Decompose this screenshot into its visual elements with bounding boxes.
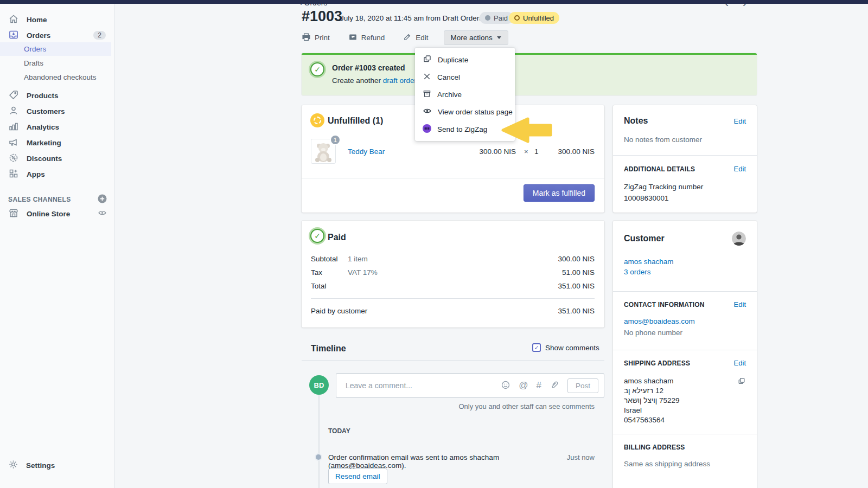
draft-order-link[interactable]: draft order bbox=[383, 76, 417, 85]
sidebar-item-apps[interactable]: Apps bbox=[0, 167, 114, 181]
menu-item-send-to-zigzag[interactable]: Send to ZigZag bbox=[415, 120, 515, 138]
customer-avatar bbox=[732, 232, 746, 246]
divider bbox=[613, 350, 757, 350]
storefront-icon bbox=[8, 208, 19, 220]
item-price: 300.00 NIS bbox=[479, 147, 516, 156]
mention-icon[interactable]: @ bbox=[519, 380, 528, 391]
customer-card: Customer amos shacham 3 orders CONTACT I… bbox=[613, 221, 757, 488]
tag-icon bbox=[8, 89, 19, 102]
sidebar-item-orders[interactable]: Orders 2 bbox=[0, 28, 114, 42]
sidebar-item-home[interactable]: Home bbox=[0, 12, 114, 27]
timeline-event-dot bbox=[315, 453, 322, 461]
post-comment-button[interactable]: Post bbox=[567, 378, 598, 393]
menu-item-label: Cancel bbox=[437, 73, 460, 81]
paid-check-icon: ✓ bbox=[310, 229, 324, 243]
menu-item-duplicate[interactable]: Duplicate bbox=[415, 51, 515, 68]
edit-contact-link[interactable]: Edit bbox=[734, 300, 746, 309]
customer-name-link[interactable]: amos shacham bbox=[624, 258, 674, 266]
sidebar-item-label: Products bbox=[27, 92, 59, 100]
cancel-x-icon bbox=[423, 72, 431, 82]
comment-input[interactable] bbox=[346, 381, 492, 390]
checkbox-checked-icon: ✓ bbox=[532, 343, 541, 352]
badge-label: Paid bbox=[494, 14, 508, 22]
sidebar-item-marketing[interactable]: Marketing bbox=[0, 136, 114, 150]
sidebar-item-analytics[interactable]: Analytics bbox=[0, 120, 114, 134]
menu-item-label: View order status page bbox=[438, 108, 513, 116]
sidebar-item-label: Home bbox=[27, 16, 47, 24]
sidebar-item-label: Orders bbox=[27, 31, 50, 40]
mark-as-fulfilled-button[interactable]: Mark as fulfilled bbox=[524, 184, 595, 202]
sidebar-item-discounts[interactable]: Discounts bbox=[0, 151, 114, 165]
edit-order-button[interactable]: Edit bbox=[403, 33, 428, 43]
more-actions-button[interactable]: More actions bbox=[444, 30, 508, 45]
annotation-arrow-icon bbox=[501, 117, 553, 144]
payment-row-label: Subtotal bbox=[311, 255, 338, 263]
orders-count-badge: 2 bbox=[93, 31, 106, 40]
menu-item-archive[interactable]: Archive bbox=[415, 86, 515, 103]
tracking-number-value: 10008630001 bbox=[624, 194, 669, 202]
eye-icon[interactable] bbox=[98, 208, 107, 219]
zigzag-app-icon bbox=[423, 124, 431, 134]
edit-additional-details-link[interactable]: Edit bbox=[734, 165, 746, 173]
menu-item-cancel[interactable]: Cancel bbox=[415, 68, 515, 86]
hashtag-icon[interactable]: # bbox=[537, 380, 541, 391]
archive-icon bbox=[423, 89, 431, 100]
show-comments-toggle[interactable]: ✓ Show comments bbox=[532, 343, 599, 352]
address-line2: ראשון לציון 75229 bbox=[624, 396, 680, 406]
resend-email-button[interactable]: Resend email bbox=[328, 468, 387, 484]
discount-icon bbox=[8, 152, 19, 165]
edit-shipping-link[interactable]: Edit bbox=[734, 359, 746, 367]
print-button[interactable]: Print bbox=[302, 33, 330, 43]
refund-button[interactable]: Refund bbox=[348, 33, 385, 43]
timeline-title: Timeline bbox=[311, 344, 346, 354]
breadcrumb[interactable]: ‹ Orders bbox=[299, 4, 365, 8]
address-country: Israel bbox=[624, 406, 680, 415]
edit-notes-link[interactable]: Edit bbox=[734, 117, 746, 125]
next-order-icon[interactable]: › bbox=[743, 4, 746, 8]
sidebar-subitem-orders[interactable]: Orders bbox=[0, 42, 111, 56]
address-line1: בן אליעזר 12 bbox=[624, 386, 680, 396]
more-actions-menu: Duplicate Cancel Archive View order stat… bbox=[415, 48, 515, 141]
sidebar-item-customers[interactable]: Customers bbox=[0, 104, 114, 118]
bar-chart-icon bbox=[8, 121, 19, 133]
home-icon bbox=[8, 14, 19, 26]
show-comments-label: Show comments bbox=[545, 344, 599, 352]
prev-order-icon[interactable]: ‹ bbox=[725, 4, 729, 8]
apps-grid-icon bbox=[8, 168, 19, 181]
menu-item-label: Archive bbox=[437, 91, 462, 99]
add-channel-icon[interactable] bbox=[98, 194, 107, 205]
product-link[interactable]: Teddy Bear bbox=[348, 147, 385, 156]
menu-item-view-order-status[interactable]: View order status page bbox=[415, 103, 515, 120]
payment-row-amount: 351.00 NIS bbox=[558, 282, 595, 290]
sidebar-item-settings[interactable]: Settings bbox=[0, 458, 114, 472]
sidebar-item-label: Analytics bbox=[27, 123, 59, 131]
billing-address-note: Same as shipping address bbox=[624, 460, 710, 468]
fulfillment-status-badge: Unfulfilled bbox=[509, 12, 559, 24]
badge-label: Unfulfilled bbox=[523, 14, 554, 22]
payment-card-title: Paid bbox=[328, 233, 346, 242]
customer-orders-link[interactable]: 3 orders bbox=[624, 268, 651, 276]
sidebar-item-online-store[interactable]: Online Store bbox=[0, 207, 114, 221]
paid-by-customer-amount: 351.00 NIS bbox=[558, 307, 595, 315]
payment-row-label: Total bbox=[311, 282, 327, 290]
timeline-event-text: Order confirmation email was sent to amo… bbox=[328, 453, 561, 470]
top-admin-bar bbox=[0, 0, 868, 4]
address-name: amos shacham bbox=[624, 376, 680, 386]
emoji-icon[interactable] bbox=[501, 380, 510, 391]
customer-email-link[interactable]: amos@boaideas.com bbox=[624, 317, 695, 325]
banner-text: Create another bbox=[332, 76, 383, 85]
copy-icon[interactable] bbox=[737, 377, 746, 387]
sidebar-subitem-abandoned-checkouts[interactable]: Abandoned checkouts bbox=[0, 70, 111, 84]
comment-visibility-note: Only you and other staff can see comment… bbox=[336, 402, 595, 410]
sidebar-item-label: Marketing bbox=[27, 139, 61, 147]
printer-icon bbox=[302, 33, 311, 43]
more-actions-label: More actions bbox=[451, 34, 493, 42]
line-total: 300.00 NIS bbox=[558, 147, 595, 156]
attachment-icon[interactable] bbox=[550, 380, 559, 391]
customer-phone-note: No phone number bbox=[624, 329, 682, 337]
sidebar-item-products[interactable]: Products bbox=[0, 88, 114, 102]
avatar: BD bbox=[309, 375, 329, 395]
divider bbox=[613, 434, 757, 434]
sidebar-subitem-drafts[interactable]: Drafts bbox=[0, 56, 111, 70]
payment-row-detail: 1 item bbox=[348, 255, 368, 263]
